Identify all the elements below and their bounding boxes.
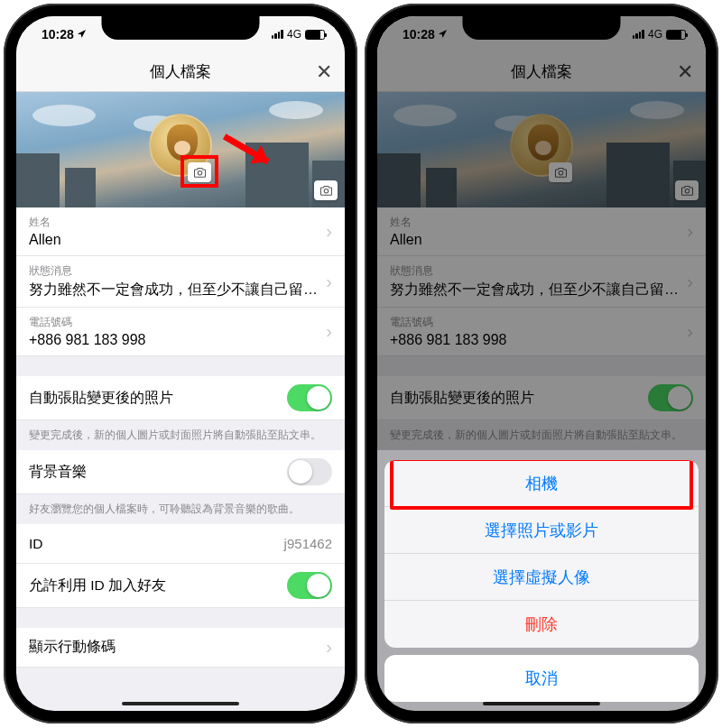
status-value: 努力雖然不一定會成功，但至少不讓自己留… — [29, 281, 319, 299]
name-row[interactable]: 姓名 Allen › — [16, 207, 345, 256]
phone-value: +886 981 183 998 — [29, 332, 319, 348]
battery-icon — [305, 30, 325, 40]
bgm-toggle[interactable] — [287, 458, 332, 485]
close-button[interactable]: ✕ — [316, 60, 332, 84]
sheet-virtual-avatar-button[interactable]: 選擇虛擬人像 — [384, 554, 699, 601]
barcode-row[interactable]: 顯示行動條碼 › — [16, 628, 345, 668]
home-indicator — [122, 702, 239, 705]
nav-bar: 個人檔案 ✕ — [16, 52, 345, 92]
auto-post-label: 自動張貼變更後的照片 — [29, 389, 173, 408]
auto-post-hint: 變更完成後，新的個人圖片或封面照片將自動張貼至貼文串。 — [16, 420, 345, 450]
id-label: ID — [29, 536, 43, 552]
phone-left: 10:28 4G 個人檔案 ✕ — [4, 4, 357, 723]
bgm-hint: 好友瀏覽您的個人檔案時，可聆聽設為背景音樂的歌曲。 — [16, 494, 345, 524]
notch — [463, 16, 621, 40]
notch — [102, 16, 260, 40]
chevron-right-icon: › — [326, 321, 332, 342]
chevron-right-icon: › — [326, 272, 332, 292]
network-label: 4G — [287, 28, 301, 41]
sheet-delete-button[interactable]: 刪除 — [384, 601, 699, 648]
camera-icon — [319, 185, 333, 196]
auto-post-row: 自動張貼變更後的照片 — [16, 376, 345, 420]
allow-add-toggle[interactable] — [287, 572, 332, 599]
allow-add-label: 允許利用 ID 加入好友 — [29, 576, 166, 595]
action-sheet: 相機 選擇照片或影片 選擇虛擬人像 刪除 取消 — [384, 460, 699, 702]
svg-point-0 — [198, 171, 202, 176]
chevron-right-icon: › — [326, 637, 332, 658]
status-label: 狀態消息 — [29, 263, 319, 279]
sheet-cancel-button[interactable]: 取消 — [384, 655, 699, 702]
auto-post-toggle[interactable] — [287, 384, 332, 411]
allow-add-by-id-row: 允許利用 ID 加入好友 — [16, 564, 345, 608]
cover-camera-button[interactable] — [314, 180, 338, 200]
home-indicator — [483, 702, 600, 705]
name-label: 姓名 — [29, 215, 319, 230]
status-time: 10:28 — [42, 27, 74, 41]
bgm-row: 背景音樂 — [16, 450, 345, 494]
name-value: Allen — [29, 232, 319, 248]
barcode-label: 顯示行動條碼 — [29, 638, 116, 657]
signal-icon — [272, 30, 283, 39]
location-icon — [77, 27, 87, 41]
cover-image[interactable] — [16, 92, 345, 207]
sheet-camera-button[interactable]: 相機 — [384, 460, 699, 507]
id-row[interactable]: ID j951462 — [16, 524, 345, 564]
phone-row[interactable]: 電話號碼 +886 981 183 998 › — [16, 308, 345, 356]
chevron-right-icon: › — [326, 221, 332, 242]
id-value: j951462 — [284, 536, 332, 551]
camera-icon — [193, 167, 207, 178]
status-message-row[interactable]: 狀態消息 努力雖然不一定會成功，但至少不讓自己留… › — [16, 256, 345, 308]
bgm-label: 背景音樂 — [29, 463, 87, 482]
avatar-camera-button[interactable] — [188, 162, 211, 182]
nav-title: 個人檔案 — [150, 61, 211, 82]
phone-label: 電話號碼 — [29, 315, 319, 330]
svg-point-1 — [324, 189, 329, 194]
phone-right: 10:28 4G 個人檔案 ✕ — [365, 4, 718, 723]
sheet-choose-button[interactable]: 選擇照片或影片 — [384, 507, 699, 554]
